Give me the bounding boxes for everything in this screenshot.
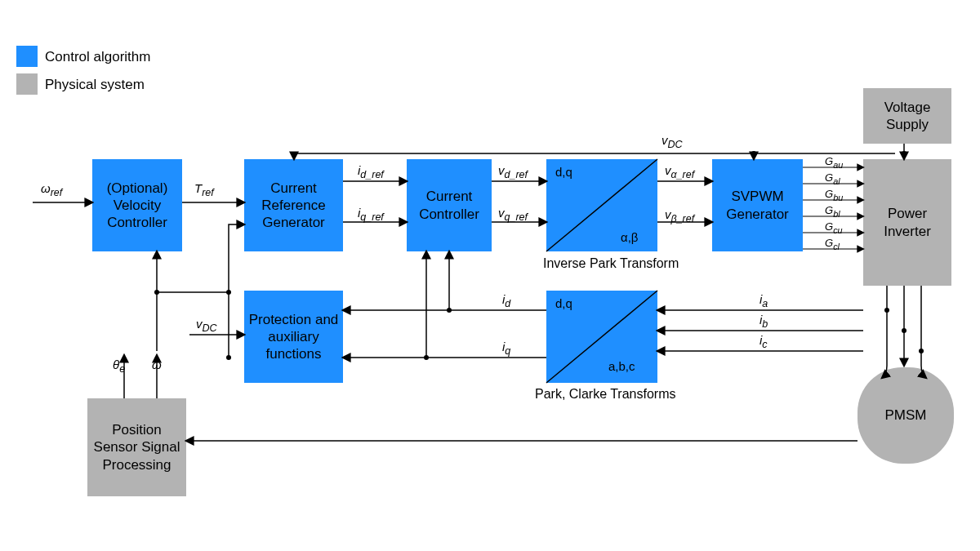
sig-ib: ib xyxy=(760,313,768,330)
sig-gal: Gal xyxy=(825,171,840,186)
sig-gcl: Gcl xyxy=(825,237,840,251)
sig-vb-ref: vβ_ref xyxy=(665,207,694,224)
sig-omega: ω xyxy=(152,358,162,371)
diagram-arrows xyxy=(0,0,980,551)
svg-point-24 xyxy=(226,355,231,360)
sig-gcu: Gcu xyxy=(825,220,843,235)
sig-ic: ic xyxy=(760,333,768,350)
svg-line-1 xyxy=(546,291,657,383)
svg-point-17 xyxy=(902,151,906,156)
sig-ia: ia xyxy=(760,292,768,309)
sig-iq: iq xyxy=(502,340,510,357)
sig-id: id xyxy=(502,292,510,309)
sig-gbl: Gbl xyxy=(825,204,840,219)
svg-point-34 xyxy=(226,290,231,295)
svg-point-19 xyxy=(751,151,756,156)
sig-t-ref: Tref xyxy=(194,181,214,198)
sig-iq-ref: iq_ref xyxy=(358,206,384,223)
svg-point-30 xyxy=(919,349,924,353)
sig-omega-ref: ωref xyxy=(41,181,62,198)
sig-vq-ref: vq_ref xyxy=(498,206,528,223)
sig-vd-ref: vd_ref xyxy=(498,163,528,180)
svg-line-0 xyxy=(546,159,657,251)
sig-theta-e: θe xyxy=(113,358,125,375)
sig-id-ref: id_ref xyxy=(358,163,384,180)
sig-gbu: Gbu xyxy=(825,188,843,202)
sig-vdc-top: vDC xyxy=(662,133,683,150)
sig-gau: Gau xyxy=(825,155,843,170)
svg-point-29 xyxy=(902,328,906,333)
svg-point-23 xyxy=(424,355,429,360)
svg-point-22 xyxy=(447,308,452,313)
sig-vdc-prot: vDC xyxy=(196,317,217,334)
svg-point-28 xyxy=(884,308,889,313)
sig-va-ref: vα_ref xyxy=(665,163,694,180)
